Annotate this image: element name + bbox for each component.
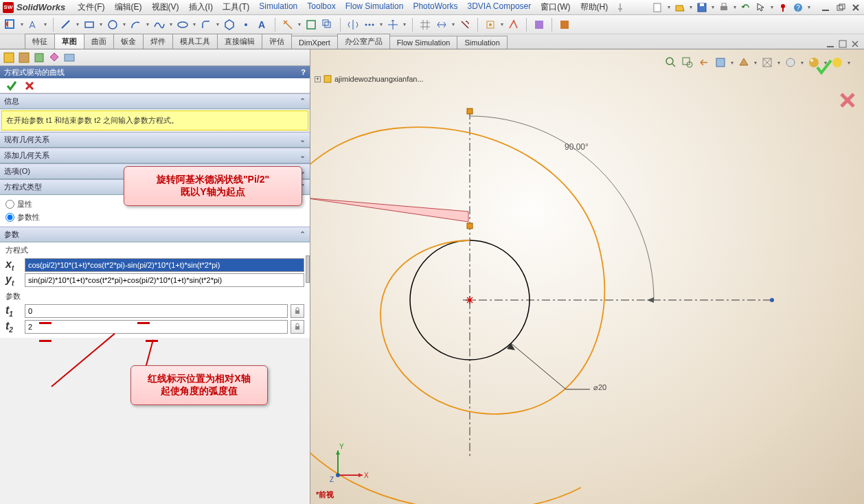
feature-tree-icon[interactable] <box>3 51 15 64</box>
mirror-icon[interactable] <box>347 19 359 31</box>
tab-evaluate[interactable]: 评估 <box>262 34 292 49</box>
dimension-icon[interactable] <box>27 19 40 31</box>
text-icon[interactable]: A <box>256 19 269 31</box>
dropdown-icon[interactable]: ▾ <box>734 4 736 10</box>
angle-dimension[interactable]: 90.00° <box>565 142 589 152</box>
params-header[interactable]: 参数 ⌃ <box>0 227 310 242</box>
tab-weldment[interactable]: 焊件 <box>143 34 173 49</box>
xt-input[interactable] <box>25 258 304 272</box>
menu-view[interactable]: 视图(V) <box>148 0 183 14</box>
existing-header[interactable]: 现有几何关系 ⌄ <box>0 132 310 148</box>
dropdown-icon[interactable]: ▾ <box>193 21 196 27</box>
ok-icon[interactable] <box>5 80 18 92</box>
yt-input[interactable] <box>25 273 304 287</box>
arc-icon[interactable] <box>130 19 142 31</box>
tab-surface[interactable]: 曲面 <box>84 34 114 49</box>
select-arrow-icon[interactable] <box>755 2 766 13</box>
tab-sim[interactable]: Simulation <box>457 36 507 49</box>
menu-3dvia[interactable]: 3DVIA Composer <box>464 0 536 14</box>
repair-icon[interactable] <box>459 19 471 31</box>
add-header[interactable]: 添加几何关系 ⌄ <box>0 148 310 163</box>
config-icon[interactable] <box>33 51 45 64</box>
dropdown-icon[interactable]: ▾ <box>668 4 670 10</box>
rebuild-icon[interactable] <box>777 2 788 13</box>
exit-sketch-icon[interactable] <box>4 19 16 31</box>
cancel-icon[interactable] <box>23 80 36 92</box>
dropdown-icon[interactable]: ▾ <box>712 4 714 10</box>
dropdown-icon[interactable]: ▾ <box>44 21 47 27</box>
dropdown-icon[interactable]: ▾ <box>123 21 126 27</box>
menu-flow[interactable]: Flow Simulation <box>341 0 408 14</box>
panel-resize-handle[interactable] <box>306 255 310 283</box>
fillet-icon[interactable] <box>200 19 212 31</box>
relation-icon[interactable] <box>435 19 448 31</box>
t1-input[interactable] <box>25 304 288 318</box>
prop-icon[interactable] <box>18 51 30 64</box>
pin-icon[interactable] <box>615 2 626 13</box>
sim-study-icon[interactable] <box>533 19 545 31</box>
expand-icon[interactable]: ⌄ <box>299 135 306 144</box>
offset-icon[interactable] <box>321 19 334 31</box>
save-icon[interactable] <box>696 2 707 13</box>
tab-feature[interactable]: 特征 <box>25 34 55 49</box>
win-close-icon[interactable] <box>850 39 860 49</box>
help-q-icon[interactable]: ? <box>793 2 804 13</box>
tab-directedit[interactable]: 直接编辑 <box>217 34 262 49</box>
menu-help[interactable]: 帮助(H) <box>576 0 613 14</box>
win-min-icon[interactable] <box>826 39 835 49</box>
menu-simulation[interactable]: Simulation <box>255 0 302 14</box>
dropdown-icon[interactable]: ▾ <box>380 21 383 27</box>
display-icon[interactable] <box>63 51 76 64</box>
tab-flowsim[interactable]: Flow Simulation <box>389 36 458 49</box>
rect-icon[interactable] <box>83 19 95 31</box>
t2-input[interactable] <box>25 320 288 334</box>
tab-dimxpert[interactable]: DimXpert <box>291 36 338 49</box>
dropdown-icon[interactable]: ▾ <box>216 21 219 27</box>
spline-icon[interactable] <box>153 19 166 31</box>
menu-tools[interactable]: 工具(T) <box>218 0 253 14</box>
dropdown-icon[interactable]: ▾ <box>100 21 102 27</box>
dropdown-icon[interactable]: ▾ <box>501 21 503 27</box>
info-header[interactable]: 信息 ⌃ <box>0 93 310 109</box>
collapse-icon[interactable]: ⌃ <box>299 230 306 239</box>
tab-office[interactable]: 办公室产品 <box>337 34 390 49</box>
close-icon[interactable] <box>850 2 861 13</box>
dropdown-icon[interactable]: ▾ <box>452 21 455 27</box>
dropdown-icon[interactable]: ▾ <box>170 21 172 27</box>
rapid-sketch-icon[interactable] <box>508 19 520 31</box>
circle-icon[interactable] <box>106 19 119 31</box>
quick-snap-icon[interactable] <box>484 19 497 31</box>
grid-icon[interactable] <box>419 19 431 31</box>
undo-icon[interactable] <box>740 2 751 13</box>
dropdown-icon[interactable]: ▾ <box>146 21 149 27</box>
restore-icon[interactable] <box>835 2 846 13</box>
open-icon[interactable] <box>674 2 685 13</box>
ellipse-icon[interactable] <box>177 19 189 31</box>
dropdown-icon[interactable]: ▾ <box>21 21 23 27</box>
menu-window[interactable]: 窗口(W) <box>536 0 574 14</box>
dimx-icon[interactable] <box>48 51 60 64</box>
menu-edit[interactable]: 编辑(E) <box>111 0 146 14</box>
radio-explicit[interactable] <box>5 200 14 209</box>
tab-sheetmetal[interactable]: 钣金 <box>113 34 144 49</box>
help-icon[interactable]: ? <box>301 68 306 76</box>
minimize-icon[interactable] <box>820 2 831 13</box>
lock-t2-icon[interactable] <box>291 320 304 334</box>
radio-parametric[interactable] <box>5 213 14 222</box>
line-icon[interactable] <box>60 19 72 31</box>
dropdown-icon[interactable]: ▾ <box>808 4 810 10</box>
3dvia-icon[interactable] <box>558 19 571 31</box>
point-icon[interactable] <box>240 19 252 31</box>
graphics-canvas[interactable]: ▾ ▾ ▾ ▾ ▾ ▾ + ajimidewozhuangxianfan... <box>310 49 864 504</box>
polygon-icon[interactable] <box>223 19 236 31</box>
dropdown-icon[interactable]: ▾ <box>403 21 406 27</box>
expand-icon[interactable]: ⌄ <box>299 151 306 160</box>
menu-photoworks[interactable]: PhotoWorks <box>409 0 462 14</box>
tab-mold[interactable]: 模具工具 <box>172 34 218 49</box>
new-icon[interactable] <box>652 2 663 13</box>
trim-icon[interactable] <box>282 19 294 31</box>
dropdown-icon[interactable]: ▾ <box>76 21 79 27</box>
print-icon[interactable] <box>718 2 729 13</box>
dropdown-icon[interactable]: ▾ <box>690 4 692 10</box>
move-icon[interactable] <box>387 19 399 31</box>
